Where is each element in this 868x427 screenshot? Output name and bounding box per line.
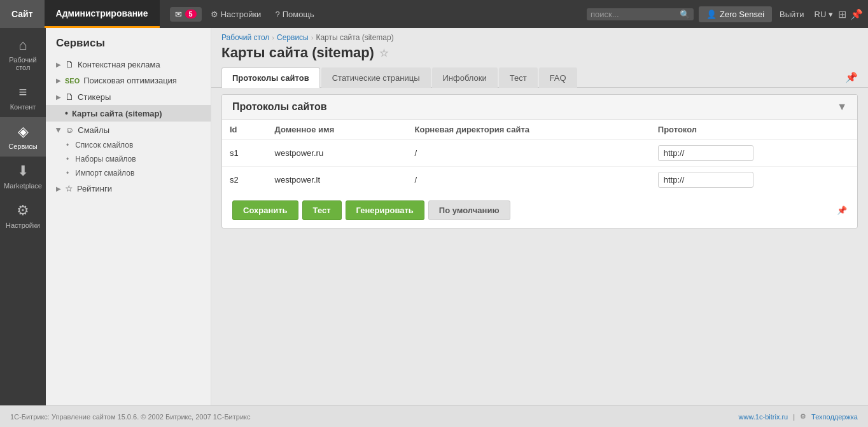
search-icon[interactable]: 🔍	[680, 10, 690, 19]
sidebar-label-context-ads: Контекстная реклама	[78, 60, 160, 69]
icon-nav: ⌂ Рабочий стол ≡ Контент ◈ Сервисы ⬇ Mar…	[0, 28, 46, 405]
sitemap-icon: •	[65, 108, 68, 118]
sidebar-sub-label-smiles-import: Импорт смайлов	[75, 169, 134, 178]
sidebar-item-ratings[interactable]: ▶ ☆ Рейтинги	[46, 180, 211, 197]
arrow-icon-stickers: ▶	[56, 94, 61, 101]
col-id: Id	[222, 120, 267, 140]
main-layout: ⌂ Рабочий стол ≡ Контент ◈ Сервисы ⬇ Mar…	[0, 28, 868, 405]
generate-button[interactable]: Генерировать	[346, 200, 424, 220]
breadcrumb-current: Карты сайта (sitemap)	[316, 33, 393, 42]
nav-item-content[interactable]: ≡ Контент	[0, 78, 46, 117]
ratings-icon: ☆	[65, 183, 73, 193]
row2-protocol	[650, 167, 857, 193]
row2-domain: westpower.lt	[267, 167, 407, 193]
home-icon: ⌂	[18, 37, 27, 53]
arrow-icon-seo: ▶	[56, 77, 61, 84]
arrow-icon-sitemap: ▶	[56, 110, 61, 117]
top-icons: ⊞ 📌	[838, 8, 868, 20]
services-icon: ◈	[18, 123, 29, 140]
breadcrumb: Рабочий стол › Сервисы › Карты сайта (si…	[211, 28, 868, 45]
settings-icon: ⚙	[17, 202, 29, 219]
nav-label-settings: Настройки	[6, 221, 40, 229]
sidebar-sub-smiles-import[interactable]: Импорт смайлов	[46, 166, 211, 180]
messages-badge[interactable]: ✉ 5	[170, 7, 202, 22]
sidebar-label-stickers: Стикеры	[78, 92, 111, 102]
footer-support-link[interactable]: Техподдержка	[811, 413, 858, 421]
admin-tab[interactable]: Администрирование	[45, 0, 160, 28]
panel-title: Протоколы сайтов	[232, 101, 327, 113]
tab-protocols[interactable]: Протоколы сайтов	[221, 67, 320, 88]
user-icon: 👤	[706, 10, 717, 19]
smiles-icon: ☺	[65, 125, 74, 135]
nav-label-services: Сервисы	[8, 143, 38, 150]
save-button[interactable]: Сохранить	[232, 200, 298, 220]
sidebar-label-sitemap: Карты сайта (sitemap)	[72, 109, 162, 118]
sidebar-title: Сервисы	[46, 34, 211, 56]
sidebar-label-ratings: Рейтинги	[77, 184, 112, 193]
footer-site-link[interactable]: www.1c-bitrix.ru	[739, 413, 788, 421]
nav-item-desktop[interactable]: ⌂ Рабочий стол	[0, 31, 46, 78]
row1-protocol	[650, 140, 857, 167]
settings-nav-button[interactable]: ⚙ Настройки	[206, 7, 267, 22]
sidebar-sub-smiles-sets[interactable]: Наборы смайлов	[46, 152, 211, 166]
sidebar-item-seo[interactable]: ▶ SEO Поисковая оптимизация	[46, 73, 211, 88]
sidebar-item-smiles[interactable]: ▶ ☺ Смайлы	[46, 122, 211, 138]
footer: 1С-Битрикс: Управление сайтом 15.0.6. © …	[0, 405, 868, 427]
sidebar-item-sitemap[interactable]: ▶ • Карты сайта (sitemap)	[46, 105, 211, 122]
nav-label-desktop: Рабочий стол	[3, 56, 43, 71]
content-icon: ≡	[19, 84, 27, 101]
nav-item-marketplace[interactable]: ⬇ Marketplace	[0, 157, 46, 196]
test-button[interactable]: Тест	[302, 200, 342, 220]
content-area: Рабочий стол › Сервисы › Карты сайта (si…	[211, 28, 868, 405]
row2-root: /	[407, 167, 650, 193]
row1-root: /	[407, 140, 650, 167]
message-icon: ✉	[175, 10, 182, 19]
sidebar-item-stickers[interactable]: ▶ 🗋 Стикеры	[46, 88, 211, 105]
breadcrumb-desktop[interactable]: Рабочий стол	[221, 33, 269, 42]
default-button[interactable]: По умолчанию	[428, 200, 510, 220]
tab-infoblocks[interactable]: Инфоблоки	[432, 67, 498, 88]
stickers-icon: 🗋	[65, 92, 74, 102]
lang-button[interactable]: RU ▾	[809, 6, 838, 22]
grid-icon[interactable]: ⊞	[838, 8, 846, 20]
tab-test[interactable]: Тест	[499, 67, 538, 88]
help-nav-button[interactable]: ? Помощь	[270, 7, 319, 22]
tabs-bar: Протоколы сайтов Статические страницы Ин…	[211, 67, 868, 88]
breadcrumb-sep-1: ›	[272, 34, 274, 41]
protocol-input-1[interactable]	[658, 145, 753, 161]
nav-item-settings[interactable]: ⚙ Настройки	[0, 196, 46, 235]
settings-nav-icon: ⚙	[211, 10, 218, 19]
table-row: s1 westpower.ru /	[222, 140, 857, 167]
pin-icon[interactable]: 📌	[845, 71, 858, 83]
exit-button[interactable]: Выйти	[774, 6, 809, 22]
col-root: Корневая директория сайта	[407, 120, 650, 140]
nav-item-services[interactable]: ◈ Сервисы	[0, 117, 46, 157]
breadcrumb-services[interactable]: Сервисы	[277, 33, 309, 42]
search-input[interactable]	[591, 10, 680, 19]
row1-id: s1	[222, 140, 267, 167]
button-bar: Сохранить Тест Генерировать По умолчанию…	[222, 193, 857, 228]
protocols-table: Id Доменное имя Корневая директория сайт…	[222, 120, 857, 193]
col-domain: Доменное имя	[267, 120, 407, 140]
sidebar-sub-smiles-list[interactable]: Список смайлов	[46, 138, 211, 152]
seo-icon: SEO	[65, 77, 80, 85]
sidebar-label-smiles: Смайлы	[78, 125, 109, 135]
tab-faq[interactable]: FAQ	[539, 67, 577, 88]
panel-collapse-icon[interactable]: ▼	[837, 101, 847, 113]
protocol-input-2[interactable]	[658, 172, 753, 188]
site-tab[interactable]: Сайт	[0, 0, 45, 28]
top-nav: Сайт Администрирование ✉ 5 ⚙ Настройки ?…	[0, 0, 868, 28]
pin-panel-icon[interactable]: 📌	[837, 206, 847, 215]
sidebar: Сервисы ▶ 🗋 Контекстная реклама ▶ SEO По…	[46, 28, 211, 405]
search-box: 🔍	[587, 8, 694, 20]
row2-id: s2	[222, 167, 267, 193]
ads-icon: 🗋	[65, 59, 74, 69]
favorite-star-icon[interactable]: ☆	[379, 47, 388, 59]
sidebar-label-seo: Поисковая оптимизация	[83, 76, 177, 85]
user-button[interactable]: 👤 Zero Sensei	[699, 6, 772, 22]
row1-domain: westpower.ru	[267, 140, 407, 167]
tab-static[interactable]: Статические страницы	[321, 67, 431, 88]
pin-top-icon[interactable]: 📌	[850, 8, 863, 20]
arrow-icon: ▶	[56, 61, 61, 68]
sidebar-item-context-ads[interactable]: ▶ 🗋 Контекстная реклама	[46, 56, 211, 73]
